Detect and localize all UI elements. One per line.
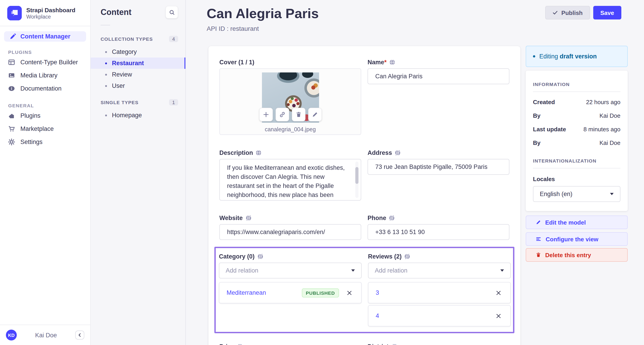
website-label: Website (219, 215, 243, 221)
sidebar-item-label: Content-Type Builder (20, 59, 78, 66)
price-label: Price (219, 343, 234, 345)
puzzle-icon (8, 112, 15, 119)
edit-media-button[interactable] (308, 108, 322, 121)
globe-slash-icon (395, 150, 401, 156)
description-field: Description If you like Mediterranean an… (219, 149, 361, 201)
avatar[interactable]: KD (6, 330, 17, 341)
divider (0, 26, 90, 26)
api-id: API ID : restaurant (207, 25, 319, 32)
sidebar-item-plugins[interactable]: Plugins (0, 109, 90, 122)
reviews-label: Reviews (2) (368, 253, 402, 260)
name-input[interactable] (368, 68, 510, 84)
sidebar-item-settings[interactable]: Settings (0, 135, 90, 148)
remove-relation-button[interactable] (494, 288, 503, 297)
sidebar-item-label: Marketplace (20, 125, 54, 132)
locale-select[interactable]: English (en) (533, 186, 620, 202)
locales-label: Locales (533, 176, 620, 182)
relation-link[interactable]: 4 (376, 313, 379, 319)
globe-icon (256, 150, 262, 156)
pencil-icon (536, 220, 541, 225)
address-input[interactable] (368, 159, 510, 175)
globe-slash-icon (258, 254, 263, 259)
single-types-count: 1 (169, 99, 178, 105)
brand[interactable]: Strapi Dashboard Workplace (0, 0, 90, 26)
collection-types-header: COLLECTION TYPES (100, 36, 153, 42)
website-field: Website (219, 215, 361, 240)
reviews-field: Reviews (2) Add relation (368, 253, 511, 327)
sidebar-item-label: Media Library (20, 72, 58, 79)
subnav-item-review[interactable]: Review (91, 69, 185, 80)
description-textarea[interactable]: If you like Mediterranean and exotic dis… (219, 159, 361, 201)
category-relation-card: Mediterranean PUBLISHED (219, 282, 362, 303)
add-media-button[interactable] (259, 108, 272, 121)
review-relation-card: 4 (368, 305, 511, 327)
draft-status-notice: Editing draft version (526, 46, 628, 67)
address-field: Address (368, 149, 510, 201)
grid-icon (8, 59, 15, 66)
status-dot-icon (533, 55, 535, 57)
information-header: INFORMATION (533, 81, 620, 87)
category-add-relation-select[interactable]: Add relation (219, 263, 362, 279)
description-scrollbar[interactable] (355, 167, 358, 184)
remove-relation-button[interactable] (494, 311, 503, 320)
copy-link-button[interactable] (275, 108, 289, 121)
sidebar-item-label: Plugins (20, 112, 40, 119)
name-field: Name* (368, 59, 510, 135)
strapi-app: Strapi Dashboard Workplace Content Manag… (0, 0, 644, 345)
chevron-down-icon (610, 193, 614, 195)
edit-model-button[interactable]: Edit the model (526, 216, 628, 229)
save-button[interactable]: Save (593, 6, 621, 19)
main-area: Can Alegria Paris API ID : restaurant Pu… (186, 0, 644, 345)
status-badge: PUBLISHED (302, 288, 339, 297)
description-label: Description (219, 149, 253, 156)
price-field: Price Regular (219, 343, 361, 345)
district-label: District (368, 343, 388, 345)
phone-input[interactable] (368, 224, 510, 240)
name-label: Name* (368, 59, 386, 66)
cover-filename: canalegria_004.jpeg (265, 126, 316, 133)
content-subnav: Content COLLECTION TYPES 4 Category Rest… (91, 0, 186, 345)
configure-view-button[interactable]: Configure the view (526, 232, 628, 246)
app-title: Strapi Dashboard (26, 7, 76, 13)
sidebar-item-documentation[interactable]: Documentation (0, 82, 90, 95)
globe-slash-icon (246, 215, 251, 221)
subnav-item-restaurant[interactable]: Restaurant (91, 57, 185, 69)
remove-relation-button[interactable] (345, 288, 354, 297)
subnav-item-category[interactable]: Category (91, 46, 185, 57)
info-row-updated-by: By Kai Doe (533, 139, 620, 146)
globe-slash-icon (389, 215, 395, 221)
user-name: Kai Doe (17, 332, 75, 339)
sidebar-item-label: Settings (20, 139, 42, 145)
relation-link[interactable]: 3 (376, 289, 379, 296)
nav-section-plugins: PLUGINS (8, 49, 82, 55)
edit-form-card: Cover (1 / 1) (208, 46, 520, 345)
link-icon (279, 111, 285, 118)
collection-types-count: 4 (169, 36, 178, 42)
internationalization-header: INTERNATIONALIZATION (533, 158, 620, 163)
search-button[interactable] (166, 6, 178, 18)
cover-label: Cover (1 / 1) (219, 59, 254, 66)
review-relation-card: 3 (368, 282, 511, 303)
cover-dropzone[interactable]: canalegria_004.jpeg (219, 68, 361, 135)
workspace-name: Workplace (26, 14, 76, 19)
sidebar-item-content-type-builder[interactable]: Content-Type Builder (0, 56, 90, 69)
sidebar-item-content-manager[interactable]: Content Manager (4, 31, 86, 42)
publish-button[interactable]: Publish (545, 6, 590, 19)
subnav-item-user[interactable]: User (91, 80, 185, 91)
relation-link[interactable]: Mediterranean (226, 289, 266, 296)
check-icon (552, 10, 558, 15)
plus-icon (263, 111, 269, 118)
delete-media-button[interactable] (292, 108, 305, 121)
reviews-add-relation-select[interactable]: Add relation (368, 263, 511, 279)
district-field: District Ninth (368, 343, 510, 345)
divider (533, 91, 620, 92)
sidebar-item-media-library[interactable]: Media Library (0, 69, 90, 82)
phone-label: Phone (368, 215, 386, 221)
website-input[interactable] (219, 224, 361, 240)
collapse-sidebar-button[interactable] (75, 331, 84, 340)
sidebar-item-marketplace[interactable]: Marketplace (0, 122, 90, 135)
strapi-logo-icon (7, 6, 22, 20)
delete-entry-button[interactable]: Delete this entry (526, 248, 628, 262)
gear-icon (8, 139, 15, 145)
subnav-item-homepage[interactable]: Homepage (91, 110, 185, 121)
